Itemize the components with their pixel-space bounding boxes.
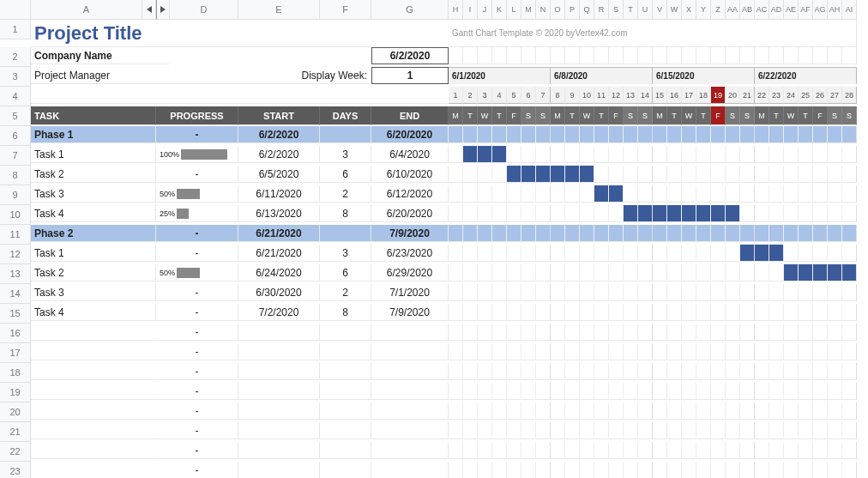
gantt-cell[interactable]	[667, 264, 682, 281]
gantt-cell[interactable]	[521, 245, 536, 262]
task-name[interactable]: Task 4	[31, 304, 156, 321]
gantt-cell[interactable]	[521, 185, 536, 203]
cell[interactable]	[726, 47, 740, 64]
gantt-cell[interactable]	[507, 225, 521, 242]
gantt-cell[interactable]	[565, 304, 580, 321]
gantt-cell[interactable]	[842, 284, 857, 301]
row-header-19[interactable]: 19	[0, 383, 31, 402]
task-end[interactable]: 6/10/2020	[371, 166, 449, 183]
gantt-cell[interactable]	[449, 422, 463, 439]
gantt-cell[interactable]	[667, 442, 682, 459]
gantt-cell[interactable]	[507, 363, 521, 380]
cell[interactable]	[371, 383, 449, 400]
gantt-cell[interactable]	[638, 442, 653, 459]
gantt-cell[interactable]	[813, 205, 828, 222]
gantt-cell[interactable]	[828, 462, 842, 478]
row-header-15[interactable]: 15	[0, 304, 31, 324]
cell[interactable]	[799, 47, 813, 64]
gantt-cell[interactable]	[813, 185, 828, 203]
gantt-cell[interactable]	[463, 166, 478, 183]
gantt-cell[interactable]	[463, 343, 478, 360]
cell[interactable]: -	[156, 402, 238, 420]
cell[interactable]	[371, 422, 449, 439]
gantt-cell[interactable]	[828, 146, 842, 163]
gantt-cell[interactable]	[580, 284, 594, 301]
gantt-cell[interactable]	[507, 185, 521, 203]
gantt-cell[interactable]	[828, 245, 842, 262]
gantt-cell[interactable]	[580, 383, 594, 400]
gantt-cell[interactable]	[842, 304, 857, 321]
row-header-10[interactable]: 10	[0, 205, 31, 225]
gantt-cell[interactable]	[492, 402, 507, 420]
col-header-L[interactable]: L	[507, 0, 521, 20]
cell[interactable]	[653, 47, 667, 64]
gantt-cell[interactable]	[653, 462, 667, 478]
row-header-6[interactable]: 6	[0, 126, 31, 146]
gantt-cell[interactable]	[565, 442, 580, 459]
gantt-cell[interactable]	[842, 343, 857, 360]
col-header-AI[interactable]: AI	[842, 0, 857, 20]
gantt-cell[interactable]	[492, 146, 507, 163]
gantt-cell[interactable]	[711, 324, 726, 341]
task-end[interactable]: 6/20/2020	[371, 205, 449, 222]
gantt-cell[interactable]	[594, 422, 609, 439]
gantt-cell[interactable]	[507, 343, 521, 360]
gantt-cell[interactable]	[609, 264, 624, 281]
gantt-cell[interactable]	[653, 442, 667, 459]
gantt-cell[interactable]	[551, 284, 565, 301]
cell[interactable]	[551, 47, 565, 64]
gantt-cell[interactable]	[769, 422, 784, 439]
col-header-X[interactable]: X	[682, 0, 696, 20]
gantt-cell[interactable]	[696, 363, 711, 380]
cell[interactable]	[371, 402, 449, 420]
gantt-cell[interactable]	[565, 245, 580, 262]
gantt-cell[interactable]	[784, 146, 799, 163]
gantt-cell[interactable]	[449, 205, 463, 222]
gantt-cell[interactable]	[492, 383, 507, 400]
display-week-input[interactable]: 1	[371, 67, 449, 84]
gantt-cell[interactable]	[784, 422, 799, 439]
gantt-cell[interactable]	[478, 146, 492, 163]
task-progress[interactable]: 50%	[156, 185, 238, 203]
gantt-cell[interactable]	[478, 304, 492, 321]
task-start[interactable]: 6/11/2020	[238, 185, 320, 203]
gantt-cell[interactable]	[507, 462, 521, 478]
col-header-Q[interactable]: Q	[580, 0, 594, 20]
gantt-cell[interactable]	[624, 363, 638, 380]
gantt-cell[interactable]	[813, 126, 828, 143]
row-header-16[interactable]: 16	[0, 324, 31, 343]
gantt-cell[interactable]	[449, 462, 463, 478]
cell[interactable]	[31, 402, 156, 420]
gantt-cell[interactable]	[580, 324, 594, 341]
task-progress[interactable]: 50%	[156, 264, 238, 281]
gantt-cell[interactable]	[696, 402, 711, 420]
gantt-cell[interactable]	[580, 264, 594, 281]
gantt-cell[interactable]	[609, 245, 624, 262]
gantt-cell[interactable]	[521, 442, 536, 459]
gantt-cell[interactable]	[624, 383, 638, 400]
gantt-cell[interactable]	[653, 185, 667, 203]
col-header-D[interactable]: D	[170, 0, 238, 20]
gantt-cell[interactable]	[449, 442, 463, 459]
task-end[interactable]: 6/20/2020	[371, 126, 449, 143]
task-start[interactable]: 6/2/2020	[238, 126, 320, 143]
col-header-O[interactable]: O	[551, 0, 565, 20]
credit-link[interactable]: Vertex42.com	[575, 28, 627, 38]
gantt-cell[interactable]	[492, 284, 507, 301]
gantt-cell[interactable]	[784, 402, 799, 420]
gantt-cell[interactable]	[551, 185, 565, 203]
gantt-cell[interactable]	[799, 402, 813, 420]
gantt-cell[interactable]	[624, 166, 638, 183]
gantt-cell[interactable]	[769, 225, 784, 242]
gantt-cell[interactable]	[682, 166, 696, 183]
row-header-23[interactable]: 23	[0, 462, 31, 478]
gantt-cell[interactable]	[609, 442, 624, 459]
gantt-cell[interactable]	[463, 225, 478, 242]
task-days[interactable]: 6	[320, 264, 371, 281]
gantt-cell[interactable]	[449, 324, 463, 341]
col-header-AB[interactable]: AB	[740, 0, 755, 20]
gantt-cell[interactable]	[624, 185, 638, 203]
gantt-cell[interactable]	[740, 284, 755, 301]
row-header-12[interactable]: 12	[0, 245, 31, 264]
gantt-cell[interactable]	[726, 363, 740, 380]
